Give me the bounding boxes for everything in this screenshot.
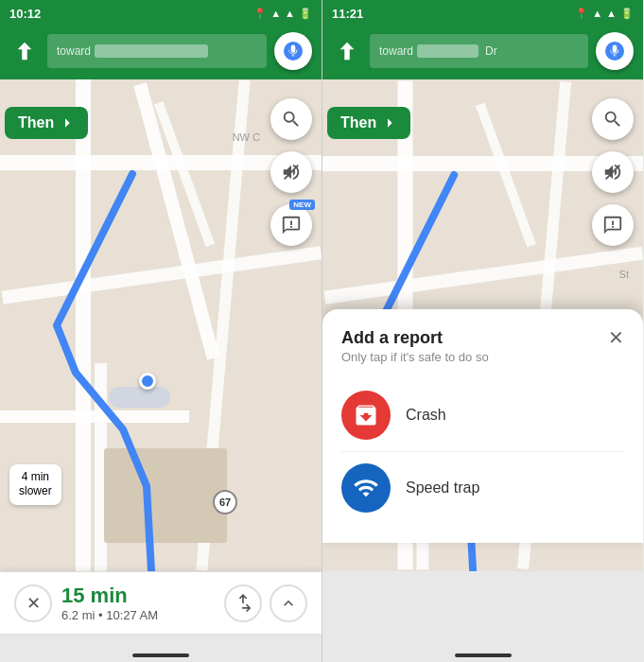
address-blur-1 [95, 44, 208, 58]
road-label-nw: NW C [233, 131, 260, 143]
time-1: 10:12 [9, 7, 41, 21]
nav-address-bar-1[interactable]: toward [47, 34, 267, 68]
location-icon-2: 📍 [575, 8, 588, 20]
nav-direction-icon-2 [332, 36, 362, 66]
mic-icon-2 [605, 42, 624, 61]
speed-trap-report-item[interactable]: Speed trap [341, 452, 624, 524]
expand-button-1[interactable] [270, 584, 307, 622]
route-badge-1: 67 [213, 490, 237, 514]
dr-label-2: Dr [485, 44, 497, 58]
nav-header-2: toward Dr [322, 26, 643, 79]
bottom-actions-1 [224, 584, 307, 622]
then-button-1[interactable]: Then [5, 107, 88, 139]
nav-line-2 [455, 653, 512, 657]
new-badge-1: NEW [289, 200, 315, 210]
toward-label-1: toward [57, 44, 91, 58]
wifi-icon-2: ▲ [606, 8, 617, 19]
road-label-st: St [619, 269, 629, 280]
status-icons-2: 📍 ▲ ▲ 🔋 [575, 8, 634, 20]
nav-line-1 [132, 653, 189, 657]
signal-icon: ▲ [270, 8, 281, 19]
address-blur-2 [417, 44, 479, 58]
crash-icon [341, 391, 391, 440]
mic-button-2[interactable] [596, 32, 634, 70]
wifi-icon: ▲ [285, 8, 295, 19]
location-icon: 📍 [253, 8, 267, 20]
nav-direction-icon-1 [9, 36, 40, 66]
toward-label-2: toward [379, 44, 413, 58]
report-title: Add a report [341, 328, 489, 348]
crash-report-item[interactable]: Crash [341, 379, 624, 452]
status-bar-2: 11:21 📍 ▲ ▲ 🔋 [322, 0, 643, 26]
bottom-bar-1: ✕ 15 min 6.2 mi • 10:27 AM [0, 572, 322, 634]
battery-icon-2: 🔋 [620, 8, 634, 20]
speed-trap-icon [341, 463, 391, 513]
search-button-2[interactable] [592, 98, 634, 140]
search-button-1[interactable] [270, 98, 312, 140]
status-bar-1: 10:12 📍 ▲ ▲ 🔋 [0, 0, 322, 26]
report-title-block: Add a report Only tap if it's safe to do… [341, 328, 489, 364]
report-subtitle: Only tap if it's safe to do so [341, 350, 489, 364]
report-panel: Add a report Only tap if it's safe to do… [322, 309, 643, 543]
sound-button-2[interactable] [592, 151, 634, 193]
eta-info-1: 15 min 6.2 mi • 10:27 AM [61, 584, 215, 622]
car-shadow-1 [109, 387, 170, 408]
nav-header-1: toward [0, 26, 322, 79]
location-dot-1 [139, 373, 156, 390]
report-header: Add a report Only tap if it's safe to do… [341, 328, 624, 364]
delay-bubble-1: 4 minslower [9, 464, 61, 505]
speed-trap-label: Speed trap [406, 479, 479, 496]
map-area-2[interactable]: 67 St 3 minslower Add a report Only tap … [322, 79, 643, 571]
status-icons-1: 📍 ▲ ▲ 🔋 [253, 8, 312, 20]
battery-icon: 🔋 [299, 8, 312, 20]
report-items: Crash Speed trap [341, 379, 624, 524]
then-button-2[interactable]: Then [327, 107, 410, 139]
mic-button-1[interactable] [274, 32, 312, 70]
map-area-1[interactable]: 67 NW C 4 minslower NEW [0, 79, 322, 571]
crash-label: Crash [406, 407, 446, 424]
mic-icon-1 [284, 42, 303, 61]
eta-details-1: 6.2 mi • 10:27 AM [61, 608, 215, 622]
eta-time-1: 15 min [61, 584, 215, 608]
close-button-1[interactable]: ✕ [14, 584, 52, 622]
report-button-1[interactable]: NEW [270, 204, 312, 246]
screen2: 11:21 📍 ▲ ▲ 🔋 toward Dr [322, 0, 643, 662]
screen1: 10:12 📍 ▲ ▲ 🔋 toward [0, 0, 322, 662]
nav-address-bar-2[interactable]: toward Dr [370, 34, 588, 68]
report-button-2[interactable] [592, 204, 634, 246]
report-close-button[interactable]: ✕ [608, 328, 624, 347]
signal-icon-2: ▲ [592, 8, 602, 19]
routes-button-1[interactable] [224, 584, 262, 622]
sound-button-1[interactable] [270, 151, 312, 193]
time-2: 11:21 [332, 7, 363, 21]
